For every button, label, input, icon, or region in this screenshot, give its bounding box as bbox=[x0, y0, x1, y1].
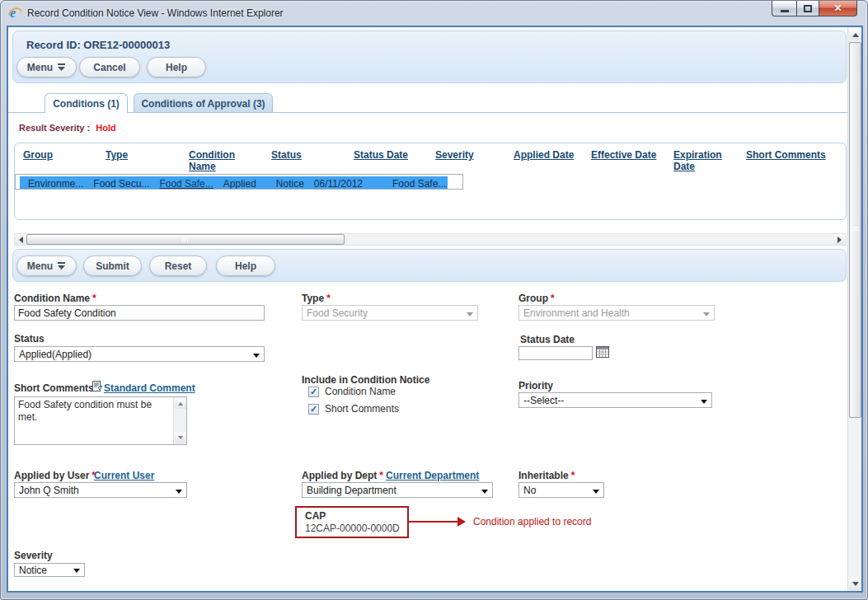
horizontal-scrollbar[interactable] bbox=[14, 233, 847, 246]
result-severity: Result Severity : Hold bbox=[19, 123, 116, 133]
type-label: Type* bbox=[302, 293, 331, 304]
scroll-down-button[interactable] bbox=[175, 433, 186, 443]
priority-select[interactable]: --Select-- bbox=[518, 392, 712, 408]
status-label: Status bbox=[14, 333, 45, 345]
conditions-table: Group Type Condition Name Status Status … bbox=[15, 148, 846, 174]
textarea-scrollbar[interactable] bbox=[173, 397, 186, 444]
standard-comment-link[interactable]: Standard Comment bbox=[104, 382, 195, 394]
severity-label: Severity bbox=[14, 550, 53, 561]
chevron-down-icon bbox=[852, 582, 859, 589]
cap-arrow-head-icon bbox=[457, 517, 471, 527]
column-header-type[interactable]: Type bbox=[106, 149, 128, 161]
maximize-button[interactable] bbox=[796, 1, 819, 16]
chevron-down-icon bbox=[481, 490, 488, 497]
header-help-button[interactable]: Help bbox=[147, 57, 206, 77]
submit-button[interactable]: Submit bbox=[83, 255, 142, 276]
condition-name-input[interactable] bbox=[14, 305, 265, 321]
cell-type: Food Secu... bbox=[85, 176, 151, 190]
cell-status-date bbox=[258, 176, 268, 190]
table-row-selected[interactable]: Environme... Food Secu... Food Safe... A… bbox=[15, 174, 463, 190]
applied-by-dept-select[interactable]: Building Department bbox=[302, 482, 493, 498]
applied-by-dept-label: Applied by Dept* bbox=[302, 470, 383, 481]
menu-dropdown-icon bbox=[58, 62, 66, 73]
column-header-severity[interactable]: Severity bbox=[435, 149, 474, 161]
checkmark-icon: ✓ bbox=[310, 387, 317, 396]
cap-number: 12CAP-00000-0000D bbox=[305, 523, 407, 535]
chevron-right-icon bbox=[838, 237, 845, 243]
form-help-button[interactable]: Help bbox=[216, 255, 275, 276]
cell-group: Environme... bbox=[20, 176, 85, 190]
scroll-right-button[interactable] bbox=[834, 234, 846, 245]
required-marker: * bbox=[551, 293, 555, 304]
status-date-input[interactable] bbox=[518, 346, 593, 360]
column-header-applied-date[interactable]: Applied Date bbox=[514, 149, 574, 161]
cell-status: Applied bbox=[215, 176, 258, 190]
include-condition-name-row: ✓ Condition Name bbox=[308, 386, 396, 397]
cancel-label: Cancel bbox=[93, 62, 125, 73]
inheritable-value: No bbox=[523, 485, 536, 496]
tab-conditions[interactable]: Conditions (1) bbox=[45, 93, 128, 113]
column-header-status[interactable]: Status bbox=[271, 149, 302, 161]
checkmark-icon: ✓ bbox=[310, 405, 317, 414]
tab-conditions-of-approval[interactable]: Conditions of Approval (3) bbox=[134, 93, 273, 113]
applied-by-user-select[interactable]: John Q Smith bbox=[14, 482, 187, 498]
chevron-down-icon bbox=[701, 400, 707, 407]
column-header-effective-date[interactable]: Effective Date bbox=[591, 149, 656, 161]
record-id: Record ID: ORE12-00000013 bbox=[26, 39, 170, 51]
chevron-down-icon bbox=[467, 312, 473, 320]
column-header-short-comments[interactable]: Short Comments bbox=[746, 149, 826, 161]
column-header-status-date[interactable]: Status Date bbox=[354, 149, 408, 161]
calendar-icon[interactable] bbox=[595, 346, 610, 359]
cell-expiration-date bbox=[374, 176, 384, 190]
scroll-up-button[interactable] bbox=[175, 398, 186, 409]
column-header-group[interactable]: Group bbox=[23, 149, 53, 161]
minimize-button[interactable] bbox=[772, 1, 796, 16]
required-marker: * bbox=[571, 470, 575, 481]
standard-comment-icon[interactable] bbox=[91, 380, 103, 395]
cell-short-comments: Food Safe... bbox=[384, 176, 448, 190]
short-comments-checkbox-label: Short Comments bbox=[325, 403, 399, 415]
close-button[interactable]: ✕ bbox=[819, 1, 857, 16]
chevron-down-icon bbox=[703, 312, 710, 320]
scroll-down-button[interactable] bbox=[849, 578, 861, 590]
inheritable-label: Inheritable* bbox=[518, 470, 575, 481]
header-menu-button[interactable]: Menu bbox=[16, 57, 77, 77]
cell-severity: Notice bbox=[268, 176, 306, 190]
scroll-left-button[interactable] bbox=[15, 234, 26, 245]
group-select: Environment and Health bbox=[518, 305, 715, 321]
form-help-label: Help bbox=[235, 260, 256, 272]
chevron-up-icon bbox=[852, 30, 859, 37]
required-marker: * bbox=[326, 293, 331, 304]
chevron-left-icon bbox=[16, 237, 23, 243]
status-select[interactable]: Applied(Applied) bbox=[14, 346, 265, 362]
priority-value: --Select-- bbox=[523, 395, 564, 406]
type-value: Food Security bbox=[307, 307, 368, 319]
vertical-scrollbar[interactable] bbox=[847, 27, 861, 591]
column-header-condition-name[interactable]: Condition Name bbox=[189, 149, 235, 172]
cancel-button[interactable]: Cancel bbox=[79, 57, 140, 77]
current-user-link[interactable]: Current User bbox=[94, 470, 154, 481]
current-department-link[interactable]: Current Department bbox=[386, 470, 479, 481]
column-header-expiration-date[interactable]: Expiration Date bbox=[673, 149, 722, 172]
horizontal-scrollbar-thumb[interactable] bbox=[26, 234, 345, 245]
applied-by-user-label: Applied by User* bbox=[14, 470, 96, 481]
inheritable-select[interactable]: No bbox=[518, 482, 604, 498]
condition-name-checkbox[interactable]: ✓ bbox=[308, 387, 319, 397]
vertical-scrollbar-thumb[interactable] bbox=[849, 42, 861, 418]
chevron-down-icon bbox=[73, 569, 80, 576]
severity-select[interactable]: Notice bbox=[14, 563, 85, 577]
group-value: Environment and Health bbox=[523, 307, 630, 319]
scroll-up-button[interactable] bbox=[849, 28, 861, 40]
grip-icon bbox=[182, 237, 190, 242]
applied-by-user-value: John Q Smith bbox=[19, 485, 79, 496]
required-marker: * bbox=[92, 293, 96, 304]
cell-condition-name-link[interactable]: Food Safe... bbox=[159, 178, 213, 190]
browser-window: e Record Condition Notice View - Windows… bbox=[0, 0, 868, 600]
short-comments-textarea[interactable]: Food Safety condition must be met. bbox=[14, 396, 187, 445]
short-comments-checkbox[interactable]: ✓ bbox=[308, 404, 319, 415]
form-menu-button[interactable]: Menu bbox=[16, 255, 77, 276]
cap-title: CAP bbox=[305, 510, 407, 523]
reset-button[interactable]: Reset bbox=[149, 255, 207, 276]
close-icon: ✕ bbox=[833, 3, 842, 13]
applied-by-dept-value: Building Department bbox=[307, 485, 396, 496]
